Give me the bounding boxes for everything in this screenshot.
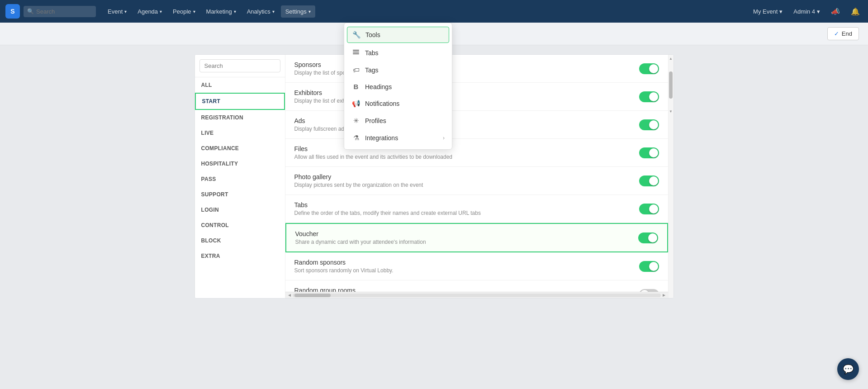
sidebar-item-registration[interactable]: REGISTRATION <box>195 110 285 125</box>
scroll-down-arrow[interactable]: ▼ <box>667 108 674 115</box>
dropdown-item-tags[interactable]: 🏷 Tags <box>344 62 452 78</box>
nav-search-input[interactable] <box>24 6 96 17</box>
sidebar-item-live[interactable]: LIVE <box>195 125 285 141</box>
toggle-ads[interactable] <box>639 119 659 130</box>
dropdown-item-tabs[interactable]: Tabs <box>344 44 452 62</box>
sidebar-item-support[interactable]: SUPPORT <box>195 187 285 202</box>
headings-icon: B <box>351 83 360 90</box>
sidebar-item-start[interactable]: START <box>195 93 285 110</box>
scroll-right-arrow[interactable]: ▶ <box>661 293 667 297</box>
sidebar: ALL START REGISTRATION LIVE COMPLIANCE H… <box>195 55 285 298</box>
chevron-down-icon: ▾ <box>234 9 236 14</box>
feature-title: Photo gallery <box>294 173 639 180</box>
horizontal-scroll-track <box>293 294 661 297</box>
scroll-left-arrow[interactable]: ◀ <box>286 293 293 297</box>
profiles-icon: ✳ <box>351 117 360 125</box>
tabs-icon <box>351 48 360 57</box>
dropdown-item-integrations[interactable]: ⚗ Integrations › <box>344 129 452 147</box>
nav-right: My Event ▾ Admin 4 ▾ 📣 🔔 <box>750 5 863 18</box>
chevron-down-icon: ▾ <box>779 8 783 15</box>
check-icon: ✓ <box>834 30 839 37</box>
feature-title: Tabs <box>294 201 639 209</box>
feature-desc: Display pictures sent by the organizatio… <box>294 182 639 188</box>
feature-desc: Allow all files used in the event and it… <box>294 154 639 160</box>
sidebar-item-pass[interactable]: PASS <box>195 171 285 187</box>
toggle-exhibitors[interactable] <box>639 91 659 102</box>
sidebar-item-hospitality[interactable]: HOSPITALITY <box>195 156 285 171</box>
feature-voucher: Voucher Share a dynamic card with your a… <box>285 223 668 252</box>
chevron-right-icon: › <box>443 135 445 141</box>
feature-desc: Share a dynamic card with your attendee'… <box>295 239 638 245</box>
nav-item-settings[interactable]: Settings ▾ <box>281 5 315 18</box>
chevron-down-icon: ▾ <box>193 9 195 14</box>
notification-icon: 📢 <box>351 100 360 108</box>
chat-bubble[interactable]: 💬 <box>837 358 859 380</box>
feature-title: Voucher <box>295 230 638 237</box>
sidebar-item-control[interactable]: CONTROL <box>195 218 285 233</box>
toggle-sponsors[interactable] <box>639 63 659 74</box>
feature-desc: Sort sponsors randomly on Virtual Lobby. <box>294 267 639 274</box>
dropdown-item-profiles[interactable]: ✳ Profiles <box>344 112 452 129</box>
feature-tabs: Tabs Define the order of the tabs, modif… <box>285 195 668 223</box>
my-event-button[interactable]: My Event ▾ <box>750 6 785 17</box>
vertical-scrollbar: ▲ ▼ <box>668 55 674 298</box>
dropdown-item-headings[interactable]: B Headings <box>344 78 452 95</box>
top-navigation: S 🔍 Event ▾ Agenda ▾ People ▾ Marketing … <box>0 0 868 23</box>
feature-sponsors: Sponsors Display the list of sponsors of… <box>285 55 668 83</box>
admin-button[interactable]: Admin 4 ▾ <box>791 6 823 17</box>
sidebar-item-all[interactable]: ALL <box>195 77 285 93</box>
toggle-random-sponsors[interactable] <box>639 261 659 272</box>
scroll-up-arrow[interactable]: ▲ <box>667 55 674 62</box>
sidebar-search-input[interactable] <box>199 59 280 72</box>
nav-item-agenda[interactable]: Agenda ▾ <box>133 5 166 18</box>
feature-exhibitors: Exhibitors Display the list of exhibitor… <box>285 83 668 111</box>
nav-item-analytics[interactable]: Analytics ▾ <box>242 5 279 18</box>
nav-search-wrap: 🔍 <box>24 6 96 17</box>
end-button[interactable]: ✓ End <box>827 27 859 40</box>
feature-random-group-rooms: Random group rooms Sort group rooms rand… <box>285 280 668 292</box>
wrench-icon: 🔧 <box>352 31 361 39</box>
feature-random-sponsors: Random sponsors Sort sponsors randomly o… <box>285 252 668 280</box>
feature-photo-gallery: Photo gallery Display pictures sent by t… <box>285 167 668 195</box>
horizontal-scrollbar: ◀ ▶ <box>285 292 668 298</box>
chevron-down-icon: ▾ <box>272 9 275 14</box>
scroll-thumb[interactable] <box>669 71 673 99</box>
features-content: Sponsors Display the list of sponsors of… <box>285 55 668 292</box>
sidebar-item-compliance[interactable]: COMPLIANCE <box>195 141 285 156</box>
svg-rect-1 <box>353 52 359 52</box>
sidebar-item-login[interactable]: LOGIN <box>195 202 285 218</box>
notifications-icon[interactable]: 📣 <box>828 5 843 18</box>
chevron-down-icon: ▾ <box>124 9 127 14</box>
chevron-down-icon: ▾ <box>817 8 820 15</box>
settings-dropdown: 🔧 Tools Tabs 🏷 Tags B Headings 📢 Notific… <box>344 23 452 150</box>
toggle-files[interactable] <box>639 147 659 158</box>
feature-desc: Define the order of the tabs, modify the… <box>294 210 639 216</box>
nav-item-people[interactable]: People ▾ <box>168 5 199 18</box>
toggle-voucher[interactable] <box>638 232 658 243</box>
feature-ads: Ads Display fullscreen ads of the event <box>285 111 668 139</box>
nav-item-event[interactable]: Event ▾ <box>103 5 131 18</box>
feature-title: Random sponsors <box>294 259 639 266</box>
bell-icon[interactable]: 🔔 <box>848 5 863 18</box>
toggle-photo-gallery[interactable] <box>639 176 659 186</box>
chevron-down-icon: ▾ <box>160 9 162 14</box>
dropdown-item-notifications[interactable]: 📢 Notifications <box>344 95 452 112</box>
nav-menu: Event ▾ Agenda ▾ People ▾ Marketing ▾ An… <box>103 5 315 18</box>
feature-files: Files Allow all files used in the event … <box>285 139 668 167</box>
feature-title: Random group rooms <box>294 287 639 292</box>
horizontal-scroll-thumb[interactable] <box>294 294 331 297</box>
sidebar-item-block[interactable]: BLOCK <box>195 233 285 248</box>
dropdown-item-tools[interactable]: 🔧 Tools <box>347 27 449 43</box>
chevron-down-icon: ▾ <box>308 9 311 14</box>
sidebar-search-wrap <box>195 55 285 77</box>
sidebar-item-extra[interactable]: EXTRA <box>195 248 285 264</box>
app-logo: S <box>5 4 20 19</box>
toggle-tabs[interactable] <box>639 204 659 214</box>
main-content: ALL START REGISTRATION LIVE COMPLIANCE H… <box>0 45 868 389</box>
tag-icon: 🏷 <box>351 66 360 74</box>
svg-rect-2 <box>353 53 359 54</box>
svg-rect-0 <box>353 50 359 51</box>
nav-item-marketing[interactable]: Marketing ▾ <box>202 5 241 18</box>
integrations-icon: ⚗ <box>351 134 360 142</box>
